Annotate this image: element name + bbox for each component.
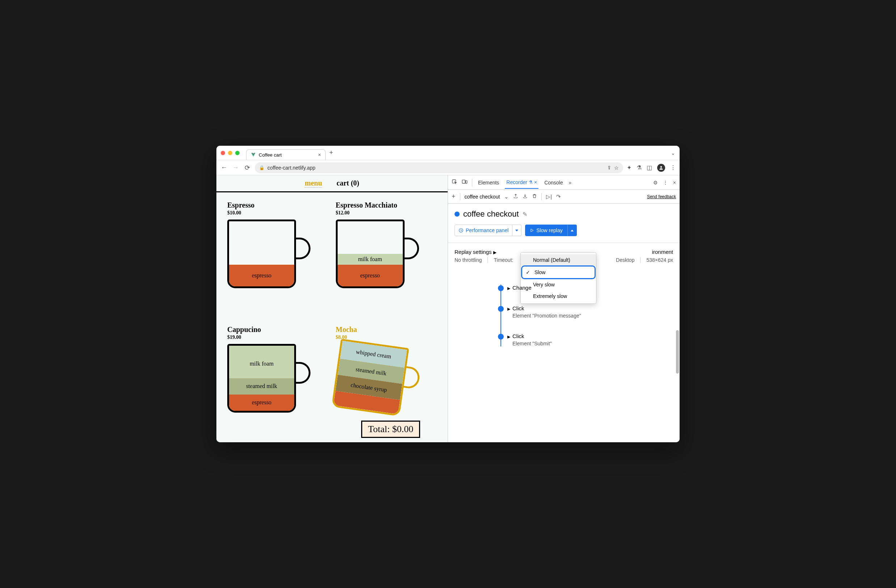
devtools-menu-icon[interactable]: ⋮ xyxy=(663,180,668,185)
inspect-icon[interactable] xyxy=(452,179,457,186)
product-espresso-macchiato[interactable]: Espresso Macchiato $12.00 milk foam espr… xyxy=(336,201,437,318)
performance-panel-button[interactable]: Performance panel xyxy=(454,225,512,236)
cup-graphic: whipped cream steamed milk chocolate syr… xyxy=(331,339,419,418)
step-node xyxy=(498,306,504,312)
recording-status-dot xyxy=(454,211,460,217)
edit-title-icon[interactable]: ✎ xyxy=(523,211,527,218)
new-tab-button[interactable]: + xyxy=(329,149,333,156)
settings-gear-icon[interactable]: ⚙ xyxy=(653,180,658,185)
minimize-window-button[interactable] xyxy=(228,151,232,155)
nav-menu-link[interactable]: menu xyxy=(305,179,322,188)
steps-timeline: ▶ Change ⋮ ▶ Click Element "Promotion me… xyxy=(498,285,673,346)
layer-milkfoam: milk foam xyxy=(229,346,294,382)
close-recorder-tab-icon[interactable]: × xyxy=(534,179,537,185)
browser-window: Coffee cart × + ⌄ ← → ⟳ 🔒 coffee-cart.ne… xyxy=(216,146,680,442)
url-text: coffee-cart.netlify.app xyxy=(267,165,315,171)
recording-title-row: coffee checkout ✎ xyxy=(454,210,673,219)
svg-rect-2 xyxy=(462,180,465,183)
import-icon[interactable] xyxy=(523,193,527,200)
product-price: $8.00 xyxy=(336,334,437,340)
toolbar-actions: ✦ ⚗ ◫ ⋮ xyxy=(627,164,676,172)
share-icon[interactable]: ⇪ xyxy=(607,165,611,170)
product-espresso[interactable]: Espresso $10.00 espresso xyxy=(227,201,329,318)
step-icon[interactable]: ↷ xyxy=(556,193,561,200)
step-change[interactable]: ▶ Change ⋮ xyxy=(498,285,673,291)
layer-milkfoam: milk foam xyxy=(338,254,403,265)
step-node xyxy=(498,285,504,291)
maximize-window-button[interactable] xyxy=(235,151,239,155)
svg-rect-3 xyxy=(466,181,467,183)
scrollbar-thumb[interactable] xyxy=(676,330,679,374)
layer-steamed-milk: steamed milk xyxy=(229,378,294,395)
slow-replay-button[interactable]: Slow replay xyxy=(525,225,567,236)
product-name: Espresso Macchiato xyxy=(336,201,437,210)
cup-graphic: milk foam steamed milk espresso xyxy=(227,344,307,413)
back-button[interactable]: ← xyxy=(220,164,228,172)
address-bar[interactable]: 🔒 coffee-cart.netlify.app ⇪ ☆ xyxy=(255,163,623,173)
layer-espresso: espresso xyxy=(229,395,294,411)
send-feedback-link[interactable]: Send feedback xyxy=(647,194,676,199)
tab-console[interactable]: Console xyxy=(543,177,564,188)
performance-panel-dropdown[interactable] xyxy=(512,225,521,236)
product-name: Mocha xyxy=(336,325,437,334)
tab-title: Coffee cart xyxy=(259,152,282,158)
product-name: Cappucino xyxy=(227,325,329,334)
replay-option-slow[interactable]: ✓ Slow xyxy=(522,266,594,278)
profile-avatar[interactable] xyxy=(657,164,665,172)
tab-elements[interactable]: Elements xyxy=(477,177,500,188)
flask-icon: ⚗ xyxy=(529,180,533,185)
tab-recorder[interactable]: Recorder ⚗ × xyxy=(505,176,538,189)
export-icon[interactable] xyxy=(513,193,518,200)
bookmark-star-icon[interactable]: ☆ xyxy=(614,165,619,171)
expand-arrow-icon[interactable]: ▶ xyxy=(507,334,510,339)
product-price: $19.00 xyxy=(227,334,329,340)
forward-button[interactable]: → xyxy=(232,164,239,172)
tab-overflow-chevron-icon[interactable]: ⌄ xyxy=(671,150,675,156)
reload-button[interactable]: ⟳ xyxy=(243,164,251,172)
close-tab-icon[interactable]: × xyxy=(318,152,321,158)
close-window-button[interactable] xyxy=(221,151,225,155)
step-subtitle: Element "Submit" xyxy=(512,341,673,346)
device-toggle-icon[interactable] xyxy=(462,179,468,186)
nav-cart-link[interactable]: cart (0) xyxy=(337,179,359,188)
lock-icon: 🔒 xyxy=(259,165,265,170)
chevron-down-icon[interactable]: ⌄ xyxy=(504,193,509,200)
page-content: menu cart (0) Espresso $10.00 espresso xyxy=(216,175,448,442)
step-node xyxy=(498,334,504,340)
replay-option-normal[interactable]: Normal (Default) xyxy=(521,254,596,266)
delete-icon[interactable] xyxy=(532,193,537,200)
recording-title: coffee checkout xyxy=(463,210,519,219)
environment-label-truncated: ironment xyxy=(652,249,673,255)
step-over-icon[interactable]: ▷| xyxy=(546,193,552,200)
product-price: $12.00 xyxy=(336,210,437,216)
more-tabs-icon[interactable]: » xyxy=(569,180,572,185)
url-bar: ← → ⟳ 🔒 coffee-cart.netlify.app ⇪ ☆ ✦ ⚗ … xyxy=(216,160,680,175)
recorder-body: coffee checkout ✎ Performance panel xyxy=(448,204,680,442)
expand-arrow-icon[interactable]: ▶ xyxy=(507,286,510,291)
vue-icon xyxy=(251,152,256,157)
replay-settings-label[interactable]: Replay settings ▶ xyxy=(454,249,497,255)
labs-icon[interactable]: ⚗ xyxy=(637,164,642,171)
product-cappucino[interactable]: Cappucino $19.00 milk foam steamed milk … xyxy=(227,325,329,443)
recording-selector[interactable]: coffee checkout xyxy=(465,194,500,200)
step-click-submit[interactable]: ▶ Click Element "Submit" ⋮ xyxy=(498,333,673,346)
step-title: Click xyxy=(512,305,673,311)
side-panel-icon[interactable]: ◫ xyxy=(647,164,652,171)
step-click-promotion[interactable]: ▶ Click Element "Promotion message" ⋮ xyxy=(498,305,673,319)
close-devtools-icon[interactable]: × xyxy=(673,180,676,185)
check-icon: ✓ xyxy=(526,269,530,275)
extensions-icon[interactable]: ✦ xyxy=(627,164,631,171)
cup-graphic: milk foam espresso xyxy=(336,219,415,288)
product-price: $10.00 xyxy=(227,210,329,216)
replay-button-group: Slow replay xyxy=(525,225,576,236)
expand-arrow-icon[interactable]: ▶ xyxy=(507,307,510,311)
menu-kebab-icon[interactable]: ⋮ xyxy=(670,164,676,171)
cup-graphic: espresso xyxy=(227,219,307,288)
replay-speed-dropdown[interactable] xyxy=(567,225,577,236)
window-controls xyxy=(221,151,239,155)
devtools-tabs: Elements Recorder ⚗ × Console » ⚙ ⋮ × xyxy=(448,175,680,190)
total-display: Total: $0.00 xyxy=(361,421,420,438)
browser-tab[interactable]: Coffee cart × xyxy=(246,149,326,160)
new-recording-button[interactable]: + xyxy=(452,193,456,201)
step-title: Click xyxy=(512,333,673,339)
